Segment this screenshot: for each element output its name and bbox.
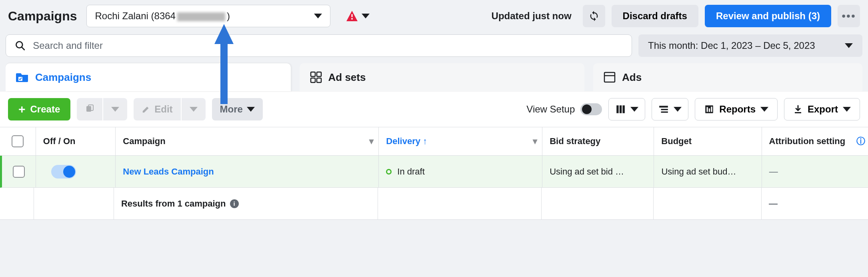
info-icon: ⓘ	[856, 135, 865, 147]
column-delivery[interactable]: Delivery↑▾	[379, 127, 542, 155]
warning-triangle-icon	[346, 11, 358, 21]
column-campaign[interactable]: Campaign▾	[116, 127, 379, 155]
svg-rect-14	[620, 105, 622, 113]
column-label: Delivery	[386, 136, 420, 147]
more-button[interactable]: More	[212, 98, 263, 120]
column-budget[interactable]: Budget	[654, 127, 762, 155]
reports-button[interactable]: Reports	[695, 98, 778, 120]
export-label: Export	[808, 104, 838, 115]
delivery-status-text: In draft	[397, 167, 424, 177]
svg-line-3	[22, 47, 24, 50]
more-options-button[interactable]: •••	[838, 5, 860, 27]
row-campaign-cell[interactable]: New Leads Campaign	[116, 156, 379, 187]
column-info[interactable]: ⓘ	[854, 127, 868, 155]
date-range-dropdown[interactable]: This month: Dec 1, 2023 – Dec 5, 2023	[638, 34, 862, 57]
info-icon[interactable]: i	[230, 199, 239, 208]
breakdown-button[interactable]	[652, 98, 688, 120]
column-off-on[interactable]: Off / On	[36, 127, 116, 155]
svg-rect-20	[707, 107, 708, 112]
footer-attribution: —	[762, 188, 854, 219]
warning-indicator[interactable]	[346, 11, 370, 21]
row-attribution-cell: —	[762, 156, 854, 187]
row-delivery-cell: In draft	[379, 156, 542, 187]
refresh-icon	[588, 10, 600, 22]
columns-icon	[615, 104, 626, 114]
pencil-icon	[142, 105, 150, 114]
column-label: Campaign	[123, 136, 165, 147]
svg-rect-13	[617, 105, 619, 113]
svg-rect-16	[659, 106, 668, 107]
reports-icon	[704, 104, 714, 114]
dash-text: —	[769, 199, 778, 209]
tab-campaigns[interactable]: Campaigns	[6, 63, 291, 91]
chevron-down-icon	[111, 107, 119, 112]
tab-label: Ads	[622, 71, 642, 84]
folder-icon	[16, 72, 29, 83]
date-range-label: This month: Dec 1, 2023 – Dec 5, 2023	[648, 40, 815, 51]
create-button[interactable]: + Create	[8, 98, 70, 120]
toggle-switch-icon	[580, 103, 602, 115]
svg-rect-23	[795, 112, 801, 113]
view-setup-label: View Setup	[526, 104, 575, 115]
column-attribution[interactable]: Attribution setting	[762, 127, 854, 155]
refresh-button[interactable]	[583, 5, 605, 27]
row-checkbox-cell[interactable]	[2, 156, 36, 187]
table-row[interactable]: New Leads Campaign In draft Using ad set…	[0, 156, 868, 188]
campaign-name-link[interactable]: New Leads Campaign	[123, 167, 214, 177]
svg-rect-22	[711, 107, 712, 112]
chevron-down-icon	[314, 14, 322, 18]
download-icon	[793, 104, 803, 114]
page-title: Campaigns	[8, 9, 77, 24]
table-header-row: Off / On Campaign▾ Delivery↑▾ Bid strate…	[0, 127, 868, 156]
checkbox-icon	[13, 166, 25, 178]
edit-label: Edit	[154, 104, 172, 115]
search-input[interactable]	[33, 40, 623, 51]
table-footer-row: Results from 1 campaign i —	[0, 188, 868, 220]
copy-icon	[85, 104, 94, 114]
footer-blank	[542, 188, 654, 219]
svg-rect-17	[661, 109, 668, 110]
svg-rect-7	[311, 78, 315, 82]
redacted-id	[177, 12, 225, 21]
duplicate-button[interactable]	[77, 98, 102, 120]
svg-rect-18	[661, 111, 668, 112]
review-publish-button[interactable]: Review and publish (3)	[705, 5, 831, 27]
edit-button[interactable]: Edit	[134, 98, 180, 120]
footer-blank	[34, 188, 114, 219]
row-toggle-cell[interactable]	[36, 156, 116, 187]
svg-rect-8	[317, 78, 321, 82]
svg-rect-1	[352, 14, 353, 17]
account-selector-dropdown[interactable]: Rochi Zalani (8364)	[86, 5, 330, 27]
footer-blank	[378, 188, 542, 219]
sort-caret-icon: ▾	[533, 136, 537, 147]
sort-caret-icon: ▾	[369, 136, 374, 147]
column-checkbox[interactable]	[0, 127, 36, 155]
view-setup-toggle[interactable]: View Setup	[526, 103, 602, 115]
svg-rect-21	[709, 108, 710, 112]
svg-rect-9	[604, 72, 615, 82]
discard-drafts-button[interactable]: Discard drafts	[612, 5, 698, 27]
search-icon	[15, 40, 26, 51]
window-icon	[604, 72, 616, 83]
chevron-down-icon	[843, 107, 851, 112]
edit-dropdown[interactable]	[182, 98, 206, 120]
duplicate-dropdown[interactable]	[103, 98, 127, 120]
reports-label: Reports	[719, 104, 756, 115]
tab-adsets[interactable]: Ad sets	[300, 63, 585, 91]
dash-text: —	[769, 167, 778, 177]
account-name-suffix: )	[227, 10, 230, 21]
columns-button[interactable]	[608, 98, 645, 120]
status-dot-icon	[386, 169, 392, 175]
export-button[interactable]: Export	[784, 98, 860, 120]
footer-blank	[654, 188, 762, 219]
tab-ads[interactable]: Ads	[593, 63, 862, 91]
toggle-on-icon	[51, 165, 76, 179]
breakdown-icon	[658, 104, 669, 114]
column-bid-strategy[interactable]: Bid strategy	[542, 127, 654, 155]
svg-rect-6	[317, 72, 321, 76]
account-name: Rochi Zalani (8364)	[95, 10, 230, 22]
footer-blank	[854, 188, 868, 219]
search-filter-input-wrap[interactable]	[6, 34, 632, 57]
chevron-down-icon	[630, 107, 638, 112]
last-updated-text: Updated just now	[492, 10, 572, 22]
